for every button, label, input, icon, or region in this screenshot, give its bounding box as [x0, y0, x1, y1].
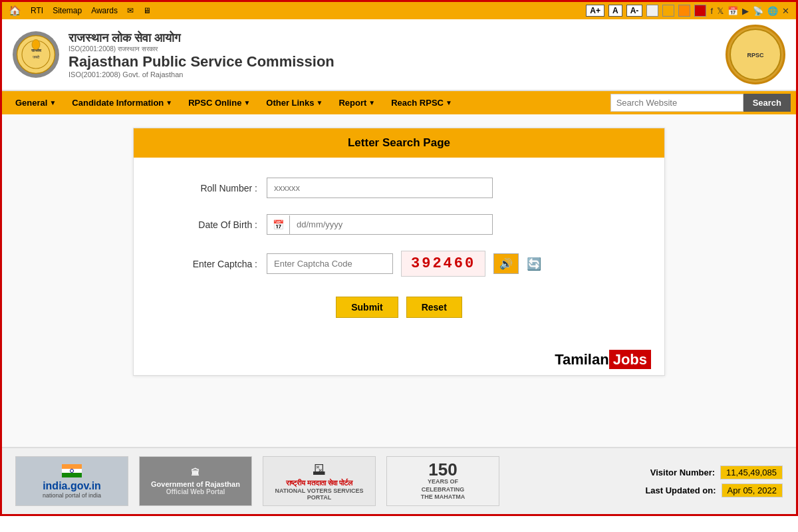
header-left: सत्यमेव जयते राजस्थान लोक सेवा आयोग ISO(… — [13, 31, 334, 78]
form-body: Roll Number : Date Of Birth : 📅 Enter Ca… — [134, 158, 664, 344]
submit-button[interactable]: Submit — [336, 297, 398, 318]
screen-icon[interactable]: 🖥 — [143, 6, 151, 15]
search-input[interactable] — [610, 94, 743, 112]
top-bar: 🏠 RTI Sitemap Awards ✉ 🖥 A+ A A- f 𝕏 📅 ▶… — [2, 2, 796, 19]
nav-other-links[interactable]: Other Links ▼ — [258, 91, 331, 114]
voters-text: 🗳 राष्ट्रीय मतदाता सेवा पोर्टल NATIONAL … — [263, 462, 375, 501]
site-header: सत्यमेव जयते राजस्थान लोक सेवा आयोग ISO(… — [2, 19, 796, 91]
svg-point-4 — [32, 40, 40, 50]
form-container: Letter Search Page Roll Number : Date Of… — [133, 128, 665, 376]
nav-general[interactable]: General ▼ — [7, 91, 64, 114]
svg-rect-7 — [62, 464, 82, 469]
nav-reach-rpsc[interactable]: Reach RPSC ▼ — [383, 91, 460, 114]
updated-row: Last Updated on: Apr 05, 2022 — [645, 483, 783, 497]
font-small-btn[interactable]: A- — [626, 5, 643, 17]
updated-value: Apr 05, 2022 — [722, 483, 783, 497]
dob-input[interactable] — [290, 215, 492, 234]
color-box-white[interactable] — [646, 5, 658, 17]
main-content: Letter Search Page Roll Number : Date Of… — [2, 114, 796, 447]
color-box-orange[interactable] — [678, 5, 690, 17]
rti-link[interactable]: RTI — [31, 6, 43, 15]
facebook-icon[interactable]: f — [710, 6, 713, 16]
roll-number-input[interactable] — [267, 178, 493, 198]
general-dropdown-icon: ▼ — [49, 99, 56, 106]
updated-label: Last Updated on: — [645, 485, 716, 495]
close-icon[interactable]: ✕ — [782, 6, 789, 16]
rss-icon[interactable]: 📡 — [753, 6, 763, 16]
awards-link[interactable]: Awards — [91, 6, 118, 15]
sitemap-link[interactable]: Sitemap — [53, 6, 82, 15]
visitor-row: Visitor Number: 11,45,49,085 — [650, 466, 783, 479]
rpsc-emblem: सत्यमेव जयते — [13, 31, 59, 78]
gov-rajasthan-text: 🏛 Government of Rajasthan Official Web P… — [151, 467, 240, 495]
footer-logo-gov-rajasthan[interactable]: 🏛 Government of Rajasthan Official Web P… — [139, 456, 252, 506]
footer-logo-mahatma[interactable]: 150 YEARS OFCELEBRATINGTHE MAHATMA — [386, 456, 499, 506]
svg-rect-10 — [62, 473, 82, 477]
twitter-icon[interactable]: 𝕏 — [717, 6, 724, 16]
dob-label: Date Of Birth : — [160, 219, 267, 230]
watermark-suffix: Jobs — [609, 350, 651, 369]
watermark-prefix: Tamilan — [555, 351, 609, 368]
search-button[interactable]: Search — [743, 94, 791, 112]
footer-stats: Visitor Number: 11,45,49,085 Last Update… — [645, 466, 783, 497]
org-iso-hindi: ISO(2001:2008) राजस्थान सरकार — [68, 45, 334, 53]
visitor-value: 11,45,49,085 — [720, 466, 783, 479]
font-medium-btn[interactable]: A — [608, 5, 622, 17]
mahatma-text: 150 YEARS OFCELEBRATINGTHE MAHATMA — [421, 461, 465, 501]
globe-icon[interactable]: 🌐 — [767, 6, 778, 16]
captcha-refresh-button[interactable]: 🔄 — [527, 257, 541, 271]
roll-number-label: Roll Number : — [160, 183, 267, 194]
captcha-wrapper: 392460 🔊 🔄 — [267, 251, 541, 277]
candidate-dropdown-icon: ▼ — [166, 99, 172, 106]
color-box-red[interactable] — [694, 5, 706, 17]
rpsc-online-dropdown-icon: ▼ — [243, 99, 250, 106]
captcha-label: Enter Captcha : — [160, 259, 267, 269]
dob-row: Date Of Birth : 📅 — [160, 214, 638, 235]
captcha-audio-button[interactable]: 🔊 — [493, 253, 519, 274]
captcha-row: Enter Captcha : 392460 🔊 🔄 — [160, 251, 638, 277]
org-hindi: राजस्थान लोक सेवा आयोग — [68, 31, 334, 45]
svg-text:RPSC: RPSC — [747, 52, 764, 59]
nav-candidate-information[interactable]: Candidate Information ▼ — [64, 91, 180, 114]
org-english: Rajasthan Public Service Commission — [68, 53, 334, 70]
footer-logo-voters[interactable]: 🗳 राष्ट्रीय मतदाता सेवा पोर्टल NATIONAL … — [263, 456, 376, 506]
top-bar-tools: A+ A A- f 𝕏 📅 ▶ 📡 🌐 ✕ — [586, 5, 789, 17]
visitor-label: Visitor Number: — [650, 467, 715, 477]
org-sub: ISO(2001:2008) Govt. of Rajasthan — [68, 70, 334, 78]
reset-button[interactable]: Reset — [406, 297, 462, 318]
color-box-yellow[interactable] — [662, 5, 674, 17]
roll-number-row: Roll Number : — [160, 178, 638, 198]
captcha-image: 392460 — [401, 251, 485, 277]
india-logo-text: india.gov.in national portal of india — [43, 464, 101, 499]
nav-report[interactable]: Report ▼ — [331, 91, 383, 114]
top-bar-links: 🏠 RTI Sitemap Awards ✉ 🖥 — [9, 5, 151, 17]
report-dropdown-icon: ▼ — [368, 99, 375, 106]
nav-rpsc-online[interactable]: RPSC Online ▼ — [180, 91, 258, 114]
search-box: Search — [610, 94, 791, 112]
form-title: Letter Search Page — [134, 128, 664, 158]
youtube-icon[interactable]: ▶ — [742, 6, 749, 16]
svg-text:जयते: जयते — [32, 55, 40, 59]
calendar-icon[interactable]: 📅 — [728, 6, 738, 16]
email-icon[interactable]: ✉ — [127, 6, 134, 15]
header-right-logo: RPSC — [726, 25, 785, 84]
watermark: TamilanJobs — [134, 344, 664, 375]
footer: india.gov.in national portal of india 🏛 … — [2, 447, 796, 514]
footer-logo-india[interactable]: india.gov.in national portal of india — [15, 456, 128, 506]
dob-wrapper: 📅 — [267, 214, 493, 235]
navbar: General ▼ Candidate Information ▼ RPSC O… — [2, 91, 796, 114]
reach-rpsc-dropdown-icon: ▼ — [446, 99, 452, 106]
header-text: राजस्थान लोक सेवा आयोग ISO(2001:2008) रा… — [68, 31, 334, 78]
calendar-dob-icon: 📅 — [267, 215, 290, 234]
captcha-input[interactable] — [267, 253, 393, 274]
home-icon[interactable]: 🏠 — [9, 5, 21, 17]
other-links-dropdown-icon: ▼ — [317, 99, 323, 106]
form-actions: Submit Reset — [160, 297, 638, 318]
font-large-btn[interactable]: A+ — [586, 5, 604, 17]
